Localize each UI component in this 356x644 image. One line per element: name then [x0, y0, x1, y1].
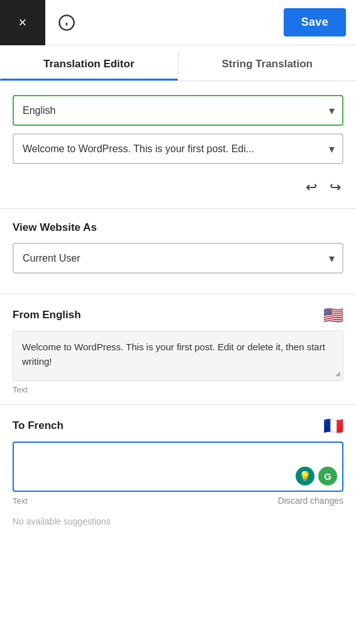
no-suggestions-label: No available suggestions: [13, 516, 111, 526]
source-text: Welcome to WordPress. This is your first…: [22, 341, 325, 367]
action-row: ↩ ↪: [0, 172, 356, 208]
info-button[interactable]: [58, 14, 75, 31]
to-header: To French 🇫🇷: [13, 418, 343, 434]
grammarly-button[interactable]: G: [318, 467, 337, 486]
undo-icon: ↩: [306, 179, 317, 195]
lightbulb-button[interactable]: 💡: [296, 467, 314, 486]
textarea-bottom-row: Text Discard changes: [13, 494, 343, 516]
language-select[interactable]: English French Spanish German: [14, 96, 342, 125]
to-section: To French 🇫🇷 💡 G Text Discard changes: [0, 404, 356, 516]
save-button[interactable]: Save: [284, 8, 346, 36]
suggestions-section: No available suggestions: [0, 516, 356, 540]
to-flag: 🇫🇷: [323, 418, 343, 434]
string-select-wrap: Welcome to WordPress. This is your first…: [13, 133, 343, 164]
source-text-box: Welcome to WordPress. This is your first…: [13, 331, 343, 381]
from-section: From English 🇺🇸 Welcome to WordPress. Th…: [0, 294, 356, 394]
info-icon: [58, 14, 75, 31]
from-title: From English: [13, 309, 81, 321]
target-textarea[interactable]: [14, 443, 342, 488]
view-website-section: View Website As Current User Administrat…: [0, 208, 356, 294]
from-text-type: Text: [13, 385, 343, 394]
close-icon: ×: [19, 14, 27, 31]
undo-button[interactable]: ↩: [303, 177, 320, 198]
tab-bar: Translation Editor String Translation: [0, 45, 356, 81]
close-button[interactable]: ×: [0, 0, 45, 45]
discard-changes-button[interactable]: Discard changes: [278, 496, 343, 506]
tab-string-translation[interactable]: String Translation: [179, 45, 357, 80]
redo-button[interactable]: ↪: [327, 177, 343, 198]
target-tools: 💡 G: [296, 467, 337, 486]
to-text-type: Text: [13, 496, 28, 506]
language-section: English French Spanish German ▾ Welcome …: [0, 81, 356, 164]
view-website-label: View Website As: [13, 221, 343, 234]
from-header: From English 🇺🇸: [13, 307, 343, 323]
string-select[interactable]: Welcome to WordPress. This is your first…: [14, 135, 342, 163]
to-title: To French: [13, 419, 64, 432]
lightbulb-icon: 💡: [299, 470, 311, 482]
view-as-select[interactable]: Current User Administrator Guest: [14, 244, 342, 272]
view-as-select-wrap: Current User Administrator Guest ▾: [13, 243, 343, 274]
redo-icon: ↪: [330, 179, 341, 195]
tab-translation-editor[interactable]: Translation Editor: [0, 45, 178, 80]
from-flag: 🇺🇸: [323, 307, 343, 323]
app-header: × Save: [0, 0, 356, 45]
language-select-wrap: English French Spanish German ▾: [13, 95, 343, 126]
target-textarea-wrap: 💡 G: [13, 441, 343, 492]
grammarly-icon: G: [324, 471, 331, 482]
